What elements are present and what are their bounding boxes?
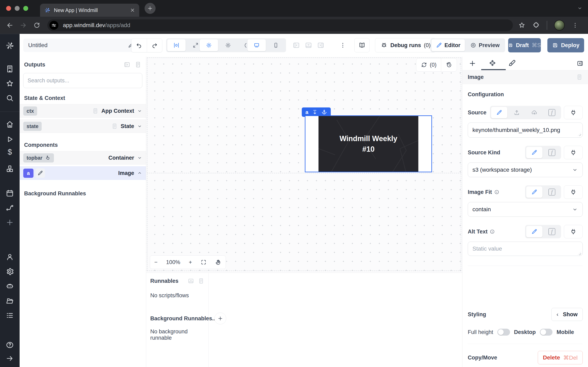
favorites-star-icon[interactable]: [6, 79, 14, 88]
info-icon[interactable]: [490, 229, 495, 234]
centered-layout-button[interactable]: [167, 39, 186, 51]
mobile-view-button[interactable]: [267, 39, 285, 51]
runs-icon[interactable]: [6, 135, 14, 143]
source-static-mode-button[interactable]: [491, 107, 507, 118]
add-background-runnable-button[interactable]: [214, 313, 226, 324]
info-icon[interactable]: [494, 189, 499, 195]
source-kind-fx-mode-button[interactable]: f: [544, 147, 560, 158]
schedules-icon[interactable]: [6, 189, 14, 198]
alt-text-input[interactable]: [468, 242, 583, 256]
source-connect-button[interactable]: [564, 106, 583, 119]
topbar-badge[interactable]: topbar: [23, 153, 54, 162]
back-icon[interactable]: [6, 22, 13, 29]
full-height-desktop-toggle[interactable]: [497, 329, 510, 336]
browser-menu-icon[interactable]: [572, 22, 579, 29]
output-row-ctx[interactable]: ctx App Context: [20, 104, 146, 118]
collapse-right-panel-button[interactable]: [577, 60, 584, 67]
bookmark-star-icon[interactable]: [518, 22, 526, 29]
pan-hand-icon[interactable]: [215, 259, 221, 265]
audit-logs-icon[interactable]: [6, 311, 14, 320]
deploy-button[interactable]: Deploy: [547, 38, 584, 52]
app-canvas[interactable]: (0) a Windmill Weekly #10 − 100% +: [146, 57, 462, 273]
alt-text-fx-mode-button[interactable]: f: [544, 226, 560, 237]
source-kind-select[interactable]: s3 (workspace storage): [468, 162, 583, 177]
window-controls[interactable]: [6, 6, 28, 11]
a-badge[interactable]: a: [23, 169, 34, 178]
collapse-panel-icon[interactable]: [123, 61, 130, 68]
state-badge[interactable]: state: [23, 122, 42, 131]
fit-view-icon[interactable]: [200, 259, 207, 265]
profile-avatar[interactable]: [554, 20, 565, 31]
component-row-a[interactable]: a Image: [20, 166, 146, 180]
show-styling-button[interactable]: ‹ Show: [552, 308, 583, 321]
collapse-bottom-panel-icon[interactable]: [188, 278, 194, 284]
chevron-up-icon[interactable]: [137, 170, 142, 176]
ctx-badge[interactable]: ctx: [23, 106, 37, 116]
resources-icon[interactable]: [6, 165, 14, 173]
zoom-in-button[interactable]: +: [189, 259, 192, 266]
full-height-mobile-toggle[interactable]: [540, 329, 553, 336]
insert-component-tab[interactable]: [462, 59, 483, 67]
editor-tab[interactable]: Editor: [432, 39, 465, 51]
expand-down-icon[interactable]: [312, 109, 318, 115]
rename-component-button[interactable]: [35, 168, 45, 178]
windmill-logo[interactable]: [5, 41, 15, 50]
browser-tab[interactable]: New App | Windmill: [40, 4, 139, 17]
redo-button[interactable]: [147, 39, 162, 52]
url-text[interactable]: app.windmill.dev/apps/add: [63, 22, 130, 29]
alt-text-static-mode-button[interactable]: [526, 226, 543, 237]
toggle-bottom-panel-icon[interactable]: [305, 42, 312, 49]
reload-icon[interactable]: [33, 22, 40, 29]
source-input[interactable]: [468, 123, 583, 138]
extensions-icon[interactable]: [532, 22, 540, 29]
styling-tab[interactable]: [502, 59, 522, 67]
close-tab-icon[interactable]: [130, 8, 135, 13]
workers-robot-icon[interactable]: [6, 282, 14, 290]
more-options-button[interactable]: [339, 34, 346, 57]
folders-icon[interactable]: [6, 296, 14, 305]
component-row-topbar[interactable]: topbar Container: [20, 151, 146, 165]
close-window-button[interactable]: [6, 6, 11, 11]
outputs-search-input[interactable]: [23, 73, 142, 88]
debug-runs-button[interactable]: Debug runs (0): [375, 38, 436, 52]
toggle-right-panel-icon[interactable]: [317, 42, 325, 49]
runnables-doc-icon[interactable]: [198, 278, 204, 284]
address-bar[interactable]: app.windmill.dev/apps/add: [47, 19, 513, 31]
expand-sidebar-icon[interactable]: [6, 354, 14, 363]
flows-icon[interactable]: [6, 203, 14, 212]
outputs-doc-icon[interactable]: [135, 61, 141, 68]
help-icon[interactable]: [6, 341, 14, 349]
save-draft-button[interactable]: Draft ⌘S: [508, 38, 541, 52]
preview-tab[interactable]: Preview: [466, 39, 504, 51]
component-doc-icon[interactable]: [576, 74, 583, 80]
docs-button[interactable]: [355, 38, 370, 52]
forward-icon[interactable]: [20, 22, 27, 29]
image-fit-static-mode-button[interactable]: [526, 186, 543, 198]
source-upload-button[interactable]: [509, 107, 525, 118]
source-kind-static-mode-button[interactable]: [526, 147, 543, 158]
source-s3-upload-button[interactable]: [526, 107, 543, 118]
tab-search-chevron[interactable]: [577, 5, 583, 11]
image-fit-connect-button[interactable]: [564, 185, 583, 199]
history-button[interactable]: [441, 58, 457, 71]
image-fit-select[interactable]: contain: [468, 202, 583, 217]
app-name-field[interactable]: [23, 39, 138, 52]
zoom-window-button[interactable]: [23, 6, 28, 11]
chevron-down-icon[interactable]: [137, 155, 142, 160]
usage-icon[interactable]: $: [8, 148, 12, 156]
source-fx-mode-button[interactable]: f: [544, 107, 560, 118]
minimize-window-button[interactable]: [15, 6, 20, 11]
add-icon[interactable]: [6, 218, 14, 227]
theme-light-button[interactable]: [219, 39, 237, 51]
undo-button[interactable]: [131, 39, 147, 52]
chevron-down-icon[interactable]: [137, 124, 142, 129]
alt-text-connect-button[interactable]: [564, 225, 583, 238]
image-component[interactable]: Windmill Weekly #10: [305, 115, 432, 172]
app-name-input[interactable]: [28, 42, 128, 49]
workspace-icon[interactable]: [6, 65, 14, 73]
site-settings-icon[interactable]: [49, 21, 58, 30]
anchor-icon[interactable]: [321, 109, 327, 115]
desktop-view-button[interactable]: [247, 39, 266, 51]
output-row-state[interactable]: state State: [20, 119, 146, 133]
chevron-down-icon[interactable]: [137, 108, 142, 114]
